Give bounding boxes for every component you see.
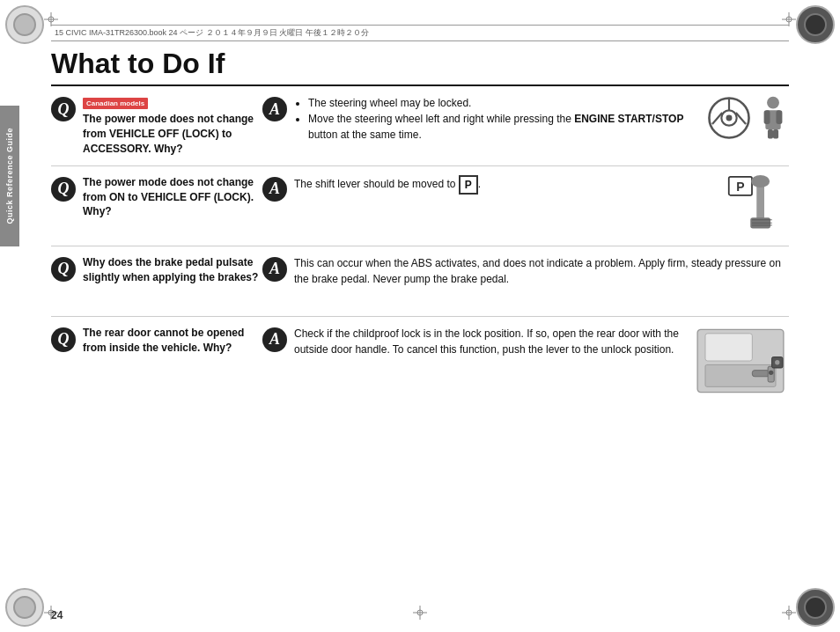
answer-block-4: A Check if the childproof lock is in the…	[262, 326, 789, 396]
corner-decoration-tr	[796, 5, 835, 44]
corner-decoration-tl	[5, 5, 44, 44]
page-number: 24	[51, 609, 63, 621]
person-icon	[757, 95, 789, 141]
answer-images-1	[706, 95, 789, 141]
svg-rect-25	[768, 129, 773, 138]
p-symbol: P	[459, 175, 478, 195]
svg-text:P: P	[736, 179, 744, 193]
q-icon-3: Q	[51, 257, 76, 282]
main-content: What to Do If Q Canadian models The powe…	[51, 48, 789, 597]
corner-decoration-inner-br	[804, 596, 827, 619]
question-text-2: The power mode does not change from ON t…	[83, 175, 262, 219]
gearshift-icon: P	[727, 175, 789, 237]
q-icon-1: Q	[51, 97, 76, 121]
bullet-1-2: Move the steering wheel left and right w…	[308, 111, 699, 143]
qa-item-4: Q The rear door cannot be opened from in…	[51, 317, 789, 405]
door-childlock-icon	[692, 326, 789, 396]
svg-rect-38	[752, 370, 770, 376]
qa-item-2: Q The power mode does not change from ON…	[51, 166, 789, 246]
header-line: 15 CIVIC IMA-31TR26300.book 24 ページ ２０１４年…	[51, 25, 789, 41]
qa-item-1: Q Canadian models The power mode does no…	[51, 86, 789, 166]
sidebar-label: Quick Reference Guide	[5, 128, 14, 224]
answer-text-3: This can occur when the ABS activates, a…	[294, 255, 789, 287]
answer-text-4: Check if the childproof lock is in the l…	[294, 326, 685, 357]
answer-bullets-1: The steering wheel may be locked. Move t…	[294, 95, 699, 143]
crosshair-br	[782, 606, 796, 620]
a-icon-3: A	[262, 257, 287, 282]
answer-text-1: The steering wheel may be locked. Move t…	[294, 95, 699, 143]
corner-decoration-inner-tl	[13, 13, 36, 36]
question-block-1: Q Canadian models The power mode does no…	[51, 95, 262, 157]
page-title: What to Do If	[51, 48, 789, 86]
corner-decoration-inner-bl	[13, 596, 36, 619]
question-text-4: The rear door cannot be opened from insi…	[83, 326, 262, 356]
question-block-2: Q The power mode does not change from ON…	[51, 175, 262, 219]
q-icon-2: Q	[51, 177, 76, 202]
svg-point-30	[751, 175, 770, 187]
svg-point-42	[775, 360, 779, 364]
a-icon-1: A	[262, 97, 287, 121]
crosshair-bottom-center	[413, 606, 427, 620]
qa-item-3: Q Why does the brake pedal pulsate sligh…	[51, 246, 789, 317]
sidebar-tab: Quick Reference Guide	[0, 106, 19, 246]
svg-rect-26	[773, 129, 778, 138]
q-icon-4: Q	[51, 327, 76, 352]
answer-block-3: A This can occur when the ABS activates,…	[262, 255, 789, 287]
corner-decoration-inner-tr	[804, 13, 827, 36]
answer-block-1: A The steering wheel may be locked. Move…	[262, 95, 789, 143]
bullet-1-1: The steering wheel may be locked.	[308, 95, 699, 111]
header-text: 15 CIVIC IMA-31TR26300.book 24 ページ ２０１４年…	[55, 28, 369, 37]
question-block-4: Q The rear door cannot be opened from in…	[51, 326, 262, 356]
steering-wheel-icon	[706, 95, 752, 141]
question-text-3: Why does the brake pedal pulsate slightl…	[83, 255, 262, 285]
svg-rect-23	[764, 111, 770, 125]
svg-point-20	[726, 115, 733, 121]
a-icon-4: A	[262, 327, 287, 352]
svg-point-21	[767, 97, 779, 109]
answer-text-2: The shift lever should be moved to P.	[294, 175, 718, 195]
answer-block-2: A The shift lever should be moved to P. …	[262, 175, 789, 237]
svg-rect-36	[705, 334, 752, 361]
question-text-1: Canadian models The power mode does not …	[83, 95, 262, 157]
svg-point-40	[769, 370, 773, 374]
a-icon-2: A	[262, 177, 287, 202]
canadian-badge: Canadian models	[83, 98, 148, 109]
corner-decoration-br	[796, 588, 835, 627]
question-block-3: Q Why does the brake pedal pulsate sligh…	[51, 255, 262, 285]
svg-rect-24	[776, 111, 782, 125]
corner-decoration-bl	[5, 588, 44, 627]
